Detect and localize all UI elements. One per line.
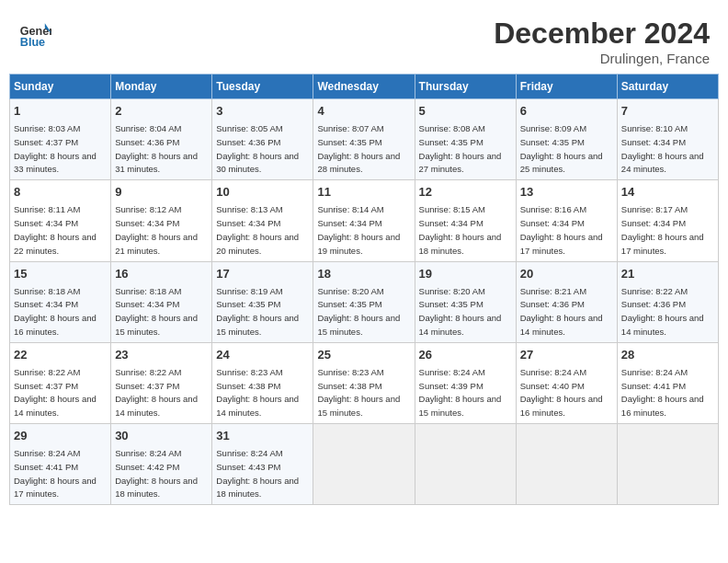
day-info: Sunrise: 8:24 AMSunset: 4:40 PMDaylight:… [520,367,603,418]
day-number: 11 [317,184,410,201]
day-number: 21 [621,266,714,282]
calendar-day-cell: 17Sunrise: 8:19 AMSunset: 4:35 PMDayligh… [212,261,313,342]
day-number: 17 [216,266,309,282]
day-info: Sunrise: 8:21 AMSunset: 4:36 PMDaylight:… [520,286,603,337]
day-number: 16 [115,266,208,282]
day-number: 25 [317,347,410,363]
day-info: Sunrise: 8:20 AMSunset: 4:35 PMDaylight:… [317,286,400,337]
logo: General Blue [18,17,51,50]
calendar-day-cell: 28Sunrise: 8:24 AMSunset: 4:41 PMDayligh… [617,342,718,423]
calendar-week-row: 1Sunrise: 8:03 AMSunset: 4:37 PMDaylight… [10,99,719,180]
day-info: Sunrise: 8:12 AMSunset: 4:34 PMDaylight:… [115,204,198,255]
month-title: December 2024 [494,17,710,51]
calendar-day-cell: 5Sunrise: 8:08 AMSunset: 4:35 PMDaylight… [415,99,516,180]
day-info: Sunrise: 8:22 AMSunset: 4:37 PMDaylight:… [115,367,198,418]
day-number: 27 [520,347,613,363]
day-info: Sunrise: 8:05 AMSunset: 4:36 PMDaylight:… [216,123,299,174]
day-number: 23 [115,347,208,363]
calendar-day-cell: 15Sunrise: 8:18 AMSunset: 4:34 PMDayligh… [10,261,111,342]
weekday-header-cell: Wednesday [313,75,415,99]
day-info: Sunrise: 8:23 AMSunset: 4:38 PMDaylight:… [216,367,299,418]
calendar-week-row: 22Sunrise: 8:22 AMSunset: 4:37 PMDayligh… [10,342,719,423]
day-info: Sunrise: 8:09 AMSunset: 4:35 PMDaylight:… [520,123,603,174]
day-number: 15 [14,266,107,282]
day-info: Sunrise: 8:15 AMSunset: 4:34 PMDaylight:… [419,204,502,255]
day-info: Sunrise: 8:24 AMSunset: 4:43 PMDaylight:… [216,448,299,499]
day-number: 28 [621,347,714,363]
day-info: Sunrise: 8:23 AMSunset: 4:38 PMDaylight:… [317,367,400,418]
calendar-day-cell: 31Sunrise: 8:24 AMSunset: 4:43 PMDayligh… [212,424,313,505]
calendar-week-row: 8Sunrise: 8:11 AMSunset: 4:34 PMDaylight… [10,180,719,261]
day-number: 18 [317,266,410,282]
weekday-header-cell: Friday [516,75,617,99]
day-number: 31 [216,428,309,444]
weekday-header-cell: Thursday [415,75,516,99]
day-number: 5 [419,103,512,120]
calendar-day-cell: 30Sunrise: 8:24 AMSunset: 4:42 PMDayligh… [111,424,212,505]
day-number: 2 [115,103,208,120]
calendar-day-cell: 9Sunrise: 8:12 AMSunset: 4:34 PMDaylight… [111,180,212,261]
calendar-day-cell: 12Sunrise: 8:15 AMSunset: 4:34 PMDayligh… [415,180,516,261]
calendar-day-cell: 6Sunrise: 8:09 AMSunset: 4:35 PMDaylight… [516,99,617,180]
day-number: 29 [14,428,107,444]
day-number: 3 [216,103,309,120]
day-info: Sunrise: 8:16 AMSunset: 4:34 PMDaylight:… [520,204,603,255]
svg-text:Blue: Blue [20,36,45,49]
calendar-day-cell [415,424,516,505]
calendar-day-cell [313,424,415,505]
location-title: Drulingen, France [494,51,710,66]
day-info: Sunrise: 8:22 AMSunset: 4:36 PMDaylight:… [621,286,704,337]
calendar-day-cell [617,424,718,505]
day-info: Sunrise: 8:18 AMSunset: 4:34 PMDaylight:… [115,286,198,337]
calendar-day-cell: 10Sunrise: 8:13 AMSunset: 4:34 PMDayligh… [212,180,313,261]
calendar-day-cell: 8Sunrise: 8:11 AMSunset: 4:34 PMDaylight… [10,180,111,261]
calendar-body: 1Sunrise: 8:03 AMSunset: 4:37 PMDaylight… [10,99,719,505]
day-info: Sunrise: 8:17 AMSunset: 4:34 PMDaylight:… [621,204,704,255]
day-number: 20 [520,266,613,282]
calendar-day-cell: 27Sunrise: 8:24 AMSunset: 4:40 PMDayligh… [516,342,617,423]
calendar-day-cell: 26Sunrise: 8:24 AMSunset: 4:39 PMDayligh… [415,342,516,423]
day-number: 19 [419,266,512,282]
weekday-header-cell: Monday [111,75,212,99]
calendar-day-cell: 7Sunrise: 8:10 AMSunset: 4:34 PMDaylight… [617,99,718,180]
weekday-header: SundayMondayTuesdayWednesdayThursdayFrid… [10,75,719,99]
calendar-day-cell: 2Sunrise: 8:04 AMSunset: 4:36 PMDaylight… [111,99,212,180]
calendar-day-cell: 3Sunrise: 8:05 AMSunset: 4:36 PMDaylight… [212,99,313,180]
calendar-day-cell: 24Sunrise: 8:23 AMSunset: 4:38 PMDayligh… [212,342,313,423]
day-number: 30 [115,428,208,444]
day-info: Sunrise: 8:07 AMSunset: 4:35 PMDaylight:… [317,123,400,174]
day-number: 9 [115,184,208,201]
day-info: Sunrise: 8:10 AMSunset: 4:34 PMDaylight:… [621,123,704,174]
day-number: 12 [419,184,512,201]
weekday-header-cell: Saturday [617,75,718,99]
calendar-day-cell: 1Sunrise: 8:03 AMSunset: 4:37 PMDaylight… [10,99,111,180]
logo-icon: General Blue [18,17,51,50]
day-info: Sunrise: 8:08 AMSunset: 4:35 PMDaylight:… [419,123,502,174]
calendar-day-cell: 16Sunrise: 8:18 AMSunset: 4:34 PMDayligh… [111,261,212,342]
day-info: Sunrise: 8:14 AMSunset: 4:34 PMDaylight:… [317,204,400,255]
day-number: 24 [216,347,309,363]
day-info: Sunrise: 8:24 AMSunset: 4:41 PMDaylight:… [621,367,704,418]
weekday-header-cell: Sunday [10,75,111,99]
day-number: 4 [317,103,410,120]
title-area: December 2024 Drulingen, France [494,17,710,66]
day-number: 26 [419,347,512,363]
calendar-week-row: 29Sunrise: 8:24 AMSunset: 4:41 PMDayligh… [10,424,719,505]
calendar-day-cell: 13Sunrise: 8:16 AMSunset: 4:34 PMDayligh… [516,180,617,261]
calendar-day-cell: 23Sunrise: 8:22 AMSunset: 4:37 PMDayligh… [111,342,212,423]
calendar-day-cell [516,424,617,505]
calendar-day-cell: 19Sunrise: 8:20 AMSunset: 4:35 PMDayligh… [415,261,516,342]
day-info: Sunrise: 8:20 AMSunset: 4:35 PMDaylight:… [419,286,502,337]
day-number: 8 [14,184,107,201]
calendar-day-cell: 20Sunrise: 8:21 AMSunset: 4:36 PMDayligh… [516,261,617,342]
day-number: 1 [14,103,107,120]
day-info: Sunrise: 8:11 AMSunset: 4:34 PMDaylight:… [14,204,97,255]
day-info: Sunrise: 8:24 AMSunset: 4:42 PMDaylight:… [115,448,198,499]
day-number: 6 [520,103,613,120]
calendar-day-cell: 25Sunrise: 8:23 AMSunset: 4:38 PMDayligh… [313,342,415,423]
day-info: Sunrise: 8:03 AMSunset: 4:37 PMDaylight:… [14,123,97,174]
day-info: Sunrise: 8:13 AMSunset: 4:34 PMDaylight:… [216,204,299,255]
calendar-table: SundayMondayTuesdayWednesdayThursdayFrid… [9,74,719,505]
day-number: 7 [621,103,714,120]
calendar-day-cell: 14Sunrise: 8:17 AMSunset: 4:34 PMDayligh… [617,180,718,261]
